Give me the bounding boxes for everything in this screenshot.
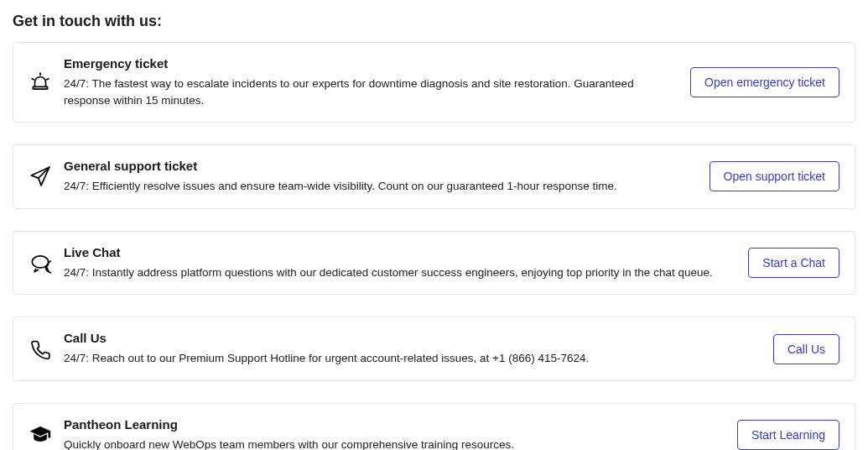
card-body: Call Us 24/7: Reach out to our Premium S… xyxy=(64,331,761,367)
start-chat-button[interactable]: Start a Chat xyxy=(748,248,839,278)
card-desc: 24/7: Efficiently resolve issues and ens… xyxy=(64,178,698,195)
card-body: Pantheon Learning Quickly onboard new We… xyxy=(64,417,725,450)
card-pantheon-learning: Pantheon Learning Quickly onboard new We… xyxy=(13,403,855,450)
card-desc: 24/7: Reach out to our Premium Support H… xyxy=(64,350,761,367)
page-title: Get in touch with us: xyxy=(13,13,855,30)
alarm-icon xyxy=(29,71,52,93)
card-emergency-ticket: Emergency ticket 24/7: The fastest way t… xyxy=(13,42,855,123)
svg-line-2 xyxy=(32,79,34,80)
card-body: General support ticket 24/7: Efficiently… xyxy=(64,159,698,195)
svg-point-5 xyxy=(32,256,49,268)
card-title: Live Chat xyxy=(64,245,736,259)
contact-cards-list: Emergency ticket 24/7: The fastest way t… xyxy=(13,42,855,450)
svg-rect-0 xyxy=(33,86,47,89)
card-title: General support ticket xyxy=(64,159,698,173)
card-title: Call Us xyxy=(64,331,761,345)
svg-line-3 xyxy=(47,79,49,80)
card-live-chat: Live Chat 24/7: Instantly address platfo… xyxy=(13,231,855,296)
card-desc: 24/7: Instantly address platform questio… xyxy=(64,264,736,281)
card-title: Emergency ticket xyxy=(64,56,678,71)
graduation-cap-icon xyxy=(29,424,52,446)
call-us-button[interactable]: Call Us xyxy=(773,334,839,364)
card-desc: Quickly onboard new WebOps team members … xyxy=(64,437,725,450)
card-desc: 24/7: The fastest way to escalate incide… xyxy=(64,76,678,108)
svg-line-4 xyxy=(39,168,49,179)
phone-icon xyxy=(29,338,52,360)
card-body: Emergency ticket 24/7: The fastest way t… xyxy=(64,56,678,108)
open-support-ticket-button[interactable]: Open support ticket xyxy=(709,161,839,191)
paper-plane-icon xyxy=(29,165,52,187)
chat-bubble-icon xyxy=(29,252,52,274)
card-general-support: General support ticket 24/7: Efficiently… xyxy=(13,144,855,209)
start-learning-button[interactable]: Start Learning xyxy=(737,420,839,450)
card-body: Live Chat 24/7: Instantly address platfo… xyxy=(64,245,736,281)
open-emergency-ticket-button[interactable]: Open emergency ticket xyxy=(690,67,839,97)
card-title: Pantheon Learning xyxy=(64,417,725,432)
card-call-us: Call Us 24/7: Reach out to our Premium S… xyxy=(13,317,855,381)
